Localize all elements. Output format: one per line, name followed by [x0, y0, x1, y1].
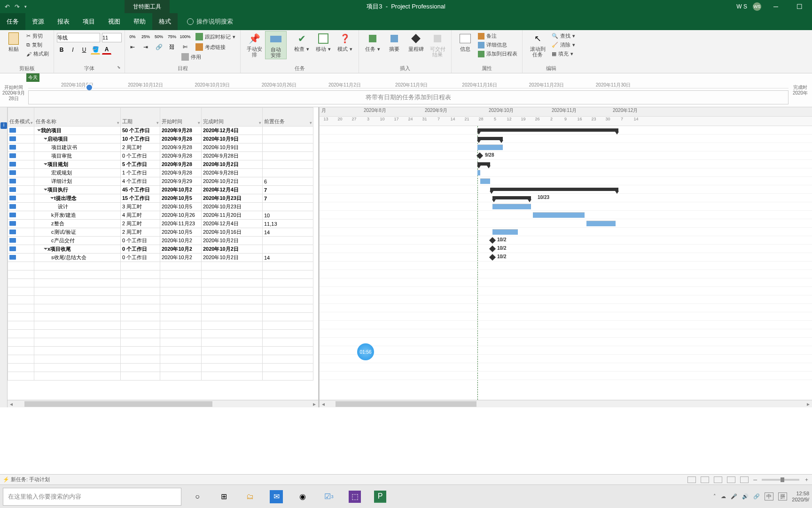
table-row[interactable]: 项目执行45 个工作日2020年10月22020年12月4日7	[8, 186, 313, 194]
tellme-search[interactable]: 操作说明搜索	[187, 13, 233, 30]
col-finish[interactable]: 完成时间▾	[202, 108, 263, 127]
ime-pin[interactable]: 拼	[778, 492, 787, 500]
milestone-diamond[interactable]	[489, 246, 496, 252]
expand-icon[interactable]	[50, 197, 54, 199]
font-size-select[interactable]	[102, 33, 122, 42]
col-duration[interactable]: 工期▾	[121, 108, 160, 127]
table-row[interactable]: k开发/建造4 周工时2020年10月262020年11月20日10	[8, 211, 313, 220]
view-rep-button[interactable]	[740, 476, 749, 483]
pct25-button[interactable]: 25%	[141, 32, 150, 41]
mail-icon[interactable]: ✉	[270, 490, 283, 503]
view-gantt-button[interactable]	[687, 476, 696, 483]
table-row[interactable]: 项目审批0 个工作日2020年9月282020年9月28日	[8, 152, 313, 160]
manual-schedule-button[interactable]: 📌 手动安排	[243, 31, 265, 58]
minimize-button[interactable]: ─	[767, 3, 785, 10]
table-row[interactable]	[8, 364, 313, 372]
table-row[interactable]	[8, 330, 313, 338]
table-row[interactable]: 项目建议书2 周工时2020年9月282020年10月9日	[8, 143, 313, 152]
windows-search[interactable]: 在这里输入你要搜索的内容	[3, 488, 181, 506]
qat-dropdown-icon[interactable]: ▾	[24, 4, 27, 9]
pct75-button[interactable]: 75%	[167, 32, 177, 41]
deactivate-button[interactable]: 停用	[180, 53, 203, 61]
table-row[interactable]	[8, 270, 313, 279]
redo-icon[interactable]: ↷	[15, 3, 20, 10]
task-bar[interactable]	[533, 212, 585, 218]
project-icon[interactable]: P	[374, 491, 386, 503]
cut-button[interactable]: ✂剪切	[24, 32, 51, 40]
table-row[interactable]	[8, 372, 313, 381]
paste-button[interactable]: 粘贴	[3, 31, 24, 53]
tray-chevron-icon[interactable]: ˄	[713, 493, 716, 500]
table-row[interactable]: 启动项目10 个工作日2020年9月282020年10月9日	[8, 135, 313, 143]
taskview-icon[interactable]: ⊞	[217, 490, 230, 503]
fillcolor-button[interactable]: 🪣	[91, 45, 100, 55]
bold-button[interactable]: B	[57, 45, 66, 55]
maximize-button[interactable]: ☐	[790, 3, 808, 10]
zoom-plus[interactable]: ＋	[804, 476, 809, 483]
move-button[interactable]: 移动 ▾	[312, 31, 334, 53]
table-row[interactable]: 项目规划5 个工作日2020年9月282020年10月2日	[8, 160, 313, 169]
notes-button[interactable]: 备注	[476, 32, 519, 40]
pct100-button[interactable]: 100%	[180, 32, 190, 41]
view-net-button[interactable]	[714, 476, 722, 483]
milestone-diamond[interactable]	[489, 254, 496, 261]
col-start[interactable]: 开始时间▾	[160, 108, 202, 127]
cortana-icon[interactable]: ○	[191, 490, 204, 503]
tab-file[interactable]: 任务	[0, 13, 25, 30]
col-name[interactable]: 任务名称▾	[34, 108, 121, 127]
task-bar[interactable]	[477, 144, 503, 150]
fill-button[interactable]: ▦填充 ▾	[550, 50, 577, 58]
find-button[interactable]: 🔍查找 ▾	[550, 32, 577, 40]
view-cal-button[interactable]	[701, 476, 709, 483]
expand-icon[interactable]	[37, 129, 41, 131]
table-row[interactable]: t提出理念15 个工作日2020年10月52020年10月23日7	[8, 194, 313, 203]
table-row[interactable]	[8, 338, 313, 347]
outdent-button[interactable]: ⇤	[128, 42, 137, 52]
todo-icon[interactable]: ☑3	[322, 490, 336, 503]
underline-button[interactable]: U	[79, 45, 89, 55]
expand-icon[interactable]	[44, 138, 47, 140]
timeline-strip[interactable]: 今天 开始时间2020年9月28日 完成时2020年 2020年10月5日202…	[0, 73, 812, 107]
pct0-button[interactable]: 0%	[128, 32, 137, 41]
link-button[interactable]: 🔗	[154, 42, 164, 52]
table-row[interactable]	[8, 313, 313, 321]
table-row[interactable]	[8, 347, 313, 355]
fontcolor-button[interactable]: A	[102, 45, 111, 55]
table-row[interactable]: c产品交付0 个工作日2020年10月22020年10月2日	[8, 237, 313, 245]
indent-button[interactable]: ⇥	[141, 42, 150, 52]
copy-button[interactable]: ⧉复制	[24, 41, 51, 49]
table-row[interactable]: 宏观规划1 个工作日2020年9月282020年9月28日	[8, 169, 313, 177]
undo-icon[interactable]: ↶	[5, 3, 10, 10]
tab-help[interactable]: 帮助	[127, 13, 152, 30]
table-row[interactable]	[8, 355, 313, 364]
task-bar[interactable]	[586, 221, 616, 226]
vscode-icon[interactable]: ⬚	[349, 491, 361, 503]
task-grid[interactable]: i 任务模式▾ 任务名称▾ 工期▾ 开始时间▾ 完成时间▾ 前置任务▾ 我的项目…	[0, 107, 320, 407]
table-row[interactable]: 设计3 周工时2020年10月52020年10月23日	[8, 203, 313, 211]
task-bar[interactable]	[492, 229, 518, 235]
addtimeline-button[interactable]: 添加到日程表	[476, 50, 519, 58]
grid-hscroll[interactable]: ◂▸	[8, 400, 318, 407]
details-button[interactable]: 详细信息	[476, 41, 519, 49]
col-pred[interactable]: 前置任务▾	[263, 108, 313, 127]
scrollto-button[interactable]: ↖滚动到任务	[525, 31, 550, 58]
auto-schedule-button[interactable]: 自动安排	[265, 31, 287, 59]
table-row[interactable]	[8, 287, 313, 296]
clear-button[interactable]: 🧹清除 ▾	[550, 41, 577, 49]
tray-vol-icon[interactable]: 🔊	[742, 493, 749, 500]
info-button[interactable]: 信息	[454, 31, 476, 53]
table-row[interactable]: 详细计划4 个工作日2020年9月292020年10月2日6	[8, 177, 313, 186]
table-row[interactable]	[8, 279, 313, 287]
ime-cn[interactable]: 中	[765, 492, 773, 500]
table-row[interactable]: 我的项目50 个工作日2020年9月282020年12月4日	[8, 127, 313, 135]
expand-icon[interactable]	[44, 163, 47, 165]
gantt-hscroll[interactable]: ◂▸	[320, 400, 812, 407]
table-row[interactable]	[8, 321, 313, 330]
summary-bar[interactable]	[492, 196, 531, 199]
tab-resource[interactable]: 资源	[25, 13, 51, 30]
insert-task-button[interactable]: 任务 ▾	[362, 31, 383, 53]
mode-button[interactable]: ❓模式 ▾	[334, 31, 356, 53]
inspect-button[interactable]: ✔检查 ▾	[291, 31, 312, 53]
summary-bar[interactable]	[477, 137, 503, 140]
table-row[interactable]	[8, 296, 313, 304]
